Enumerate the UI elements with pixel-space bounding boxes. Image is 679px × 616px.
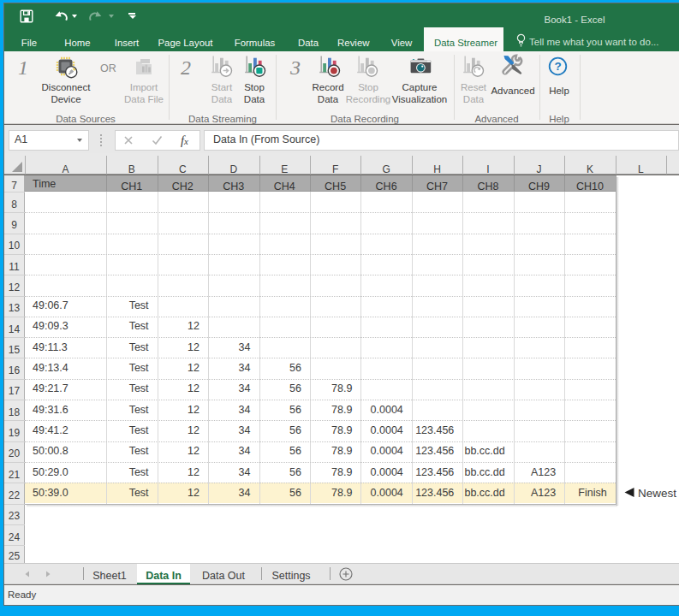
- svg-text:?: ?: [554, 60, 561, 73]
